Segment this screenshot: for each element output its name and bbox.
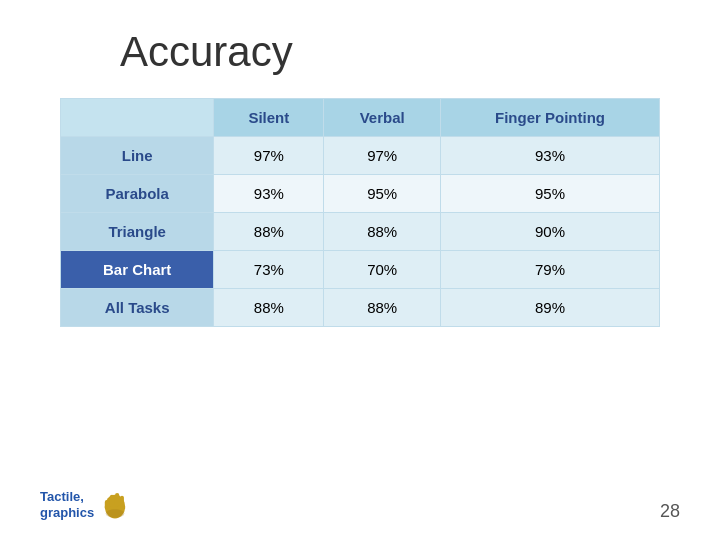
accuracy-table: Silent Verbal Finger Pointing Line97%97%… xyxy=(60,98,660,327)
row-value: 97% xyxy=(214,137,324,175)
row-value: 95% xyxy=(324,175,441,213)
table-row: All Tasks88%88%89% xyxy=(61,289,660,327)
row-value: 73% xyxy=(214,251,324,289)
row-value: 70% xyxy=(324,251,441,289)
row-value: 88% xyxy=(324,289,441,327)
svg-rect-4 xyxy=(105,500,109,509)
row-value: 90% xyxy=(440,213,659,251)
row-label: Triangle xyxy=(61,213,214,251)
svg-rect-2 xyxy=(115,493,119,507)
row-label: Line xyxy=(61,137,214,175)
col-header-empty xyxy=(61,99,214,137)
table-row: Bar Chart73%70%79% xyxy=(61,251,660,289)
logo-line1: Tactile, xyxy=(40,489,94,505)
row-value: 88% xyxy=(324,213,441,251)
row-value: 88% xyxy=(214,213,324,251)
svg-point-5 xyxy=(106,509,125,518)
col-header-verbal: Verbal xyxy=(324,99,441,137)
row-value: 93% xyxy=(214,175,324,213)
logo-hand-icon xyxy=(98,488,132,522)
table-row: Triangle88%88%90% xyxy=(61,213,660,251)
table-row: Line97%97%93% xyxy=(61,137,660,175)
row-label: Parabola xyxy=(61,175,214,213)
accuracy-table-container: Silent Verbal Finger Pointing Line97%97%… xyxy=(60,98,660,327)
page-number: 28 xyxy=(660,501,680,522)
row-value: 89% xyxy=(440,289,659,327)
col-header-finger: Finger Pointing xyxy=(440,99,659,137)
logo-line2: graphics xyxy=(40,505,94,521)
row-value: 88% xyxy=(214,289,324,327)
row-value: 79% xyxy=(440,251,659,289)
logo-text: Tactile, graphics xyxy=(40,489,94,520)
svg-rect-1 xyxy=(110,495,114,507)
row-label: All Tasks xyxy=(61,289,214,327)
table-row: Parabola93%95%95% xyxy=(61,175,660,213)
col-header-silent: Silent xyxy=(214,99,324,137)
table-header-row: Silent Verbal Finger Pointing xyxy=(61,99,660,137)
svg-rect-3 xyxy=(120,496,124,507)
row-value: 95% xyxy=(440,175,659,213)
row-label: Bar Chart xyxy=(61,251,214,289)
logo: Tactile, graphics xyxy=(40,488,132,522)
row-value: 97% xyxy=(324,137,441,175)
page-title: Accuracy xyxy=(0,0,720,98)
row-value: 93% xyxy=(440,137,659,175)
